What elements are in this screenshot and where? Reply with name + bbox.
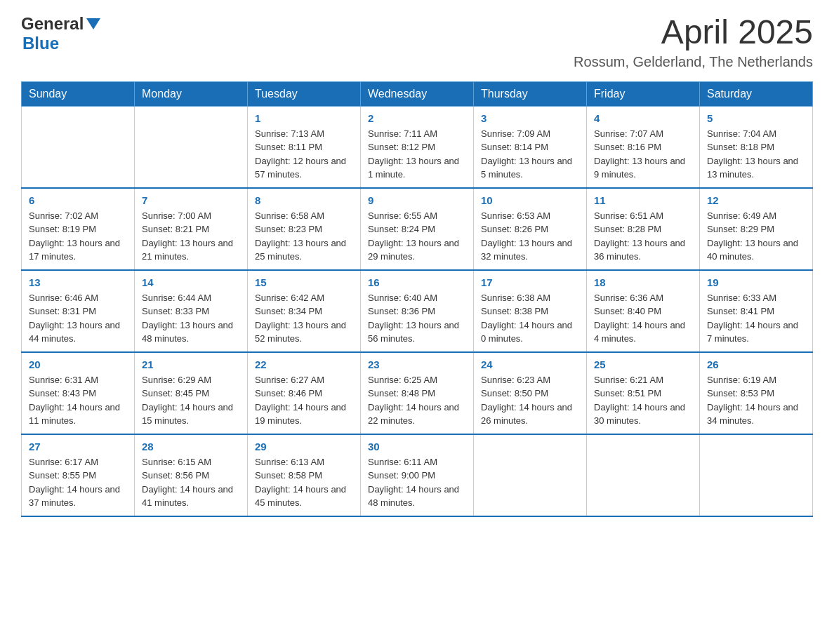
- calendar-cell: 23Sunrise: 6:25 AM Sunset: 8:48 PM Dayli…: [361, 352, 474, 434]
- calendar-cell: 28Sunrise: 6:15 AM Sunset: 8:56 PM Dayli…: [135, 434, 248, 516]
- location-subtitle: Rossum, Gelderland, The Netherlands: [574, 54, 813, 70]
- calendar-week-row: 6Sunrise: 7:02 AM Sunset: 8:19 PM Daylig…: [22, 188, 813, 270]
- day-info: Sunrise: 6:19 AM Sunset: 8:53 PM Dayligh…: [707, 373, 805, 428]
- calendar-cell: 2Sunrise: 7:11 AM Sunset: 8:12 PM Daylig…: [361, 106, 474, 188]
- day-number: 13: [29, 276, 127, 288]
- calendar-cell: 25Sunrise: 6:21 AM Sunset: 8:51 PM Dayli…: [587, 352, 700, 434]
- title-block: April 2025 Rossum, Gelderland, The Nethe…: [574, 14, 813, 70]
- day-info: Sunrise: 6:58 AM Sunset: 8:23 PM Dayligh…: [255, 209, 353, 264]
- day-number: 18: [594, 276, 692, 288]
- day-number: 25: [594, 358, 692, 370]
- day-number: 24: [481, 358, 579, 370]
- day-info: Sunrise: 6:27 AM Sunset: 8:46 PM Dayligh…: [255, 373, 353, 428]
- calendar-cell: 18Sunrise: 6:36 AM Sunset: 8:40 PM Dayli…: [587, 270, 700, 352]
- day-number: 9: [368, 194, 466, 206]
- day-info: Sunrise: 7:13 AM Sunset: 8:11 PM Dayligh…: [255, 127, 353, 182]
- header-monday: Monday: [135, 81, 248, 106]
- calendar-cell: 9Sunrise: 6:55 AM Sunset: 8:24 PM Daylig…: [361, 188, 474, 270]
- day-info: Sunrise: 6:51 AM Sunset: 8:28 PM Dayligh…: [594, 209, 692, 264]
- calendar-week-row: 20Sunrise: 6:31 AM Sunset: 8:43 PM Dayli…: [22, 352, 813, 434]
- day-number: 14: [142, 276, 240, 288]
- logo-arrow-icon: [86, 18, 100, 32]
- logo-general-text: General: [21, 14, 84, 34]
- calendar-cell: 17Sunrise: 6:38 AM Sunset: 8:38 PM Dayli…: [474, 270, 587, 352]
- calendar-cell: 20Sunrise: 6:31 AM Sunset: 8:43 PM Dayli…: [22, 352, 135, 434]
- day-info: Sunrise: 6:38 AM Sunset: 8:38 PM Dayligh…: [481, 291, 579, 346]
- calendar-cell: 22Sunrise: 6:27 AM Sunset: 8:46 PM Dayli…: [248, 352, 361, 434]
- day-number: 22: [255, 358, 353, 370]
- day-info: Sunrise: 6:23 AM Sunset: 8:50 PM Dayligh…: [481, 373, 579, 428]
- calendar-cell: 16Sunrise: 6:40 AM Sunset: 8:36 PM Dayli…: [361, 270, 474, 352]
- day-number: 7: [142, 194, 240, 206]
- day-info: Sunrise: 6:40 AM Sunset: 8:36 PM Dayligh…: [368, 291, 466, 346]
- calendar-cell: 21Sunrise: 6:29 AM Sunset: 8:45 PM Dayli…: [135, 352, 248, 434]
- day-info: Sunrise: 6:42 AM Sunset: 8:34 PM Dayligh…: [255, 291, 353, 346]
- day-info: Sunrise: 6:33 AM Sunset: 8:41 PM Dayligh…: [707, 291, 805, 346]
- day-info: Sunrise: 6:53 AM Sunset: 8:26 PM Dayligh…: [481, 209, 579, 264]
- day-number: 11: [594, 194, 692, 206]
- calendar-cell: [587, 434, 700, 516]
- day-number: 2: [368, 112, 466, 124]
- calendar-cell: 6Sunrise: 7:02 AM Sunset: 8:19 PM Daylig…: [22, 188, 135, 270]
- logo: General Blue: [21, 14, 100, 53]
- day-info: Sunrise: 7:00 AM Sunset: 8:21 PM Dayligh…: [142, 209, 240, 264]
- calendar-cell: 11Sunrise: 6:51 AM Sunset: 8:28 PM Dayli…: [587, 188, 700, 270]
- calendar-cell: 29Sunrise: 6:13 AM Sunset: 8:58 PM Dayli…: [248, 434, 361, 516]
- calendar-cell: 5Sunrise: 7:04 AM Sunset: 8:18 PM Daylig…: [700, 106, 813, 188]
- day-number: 5: [707, 112, 805, 124]
- calendar-cell: 12Sunrise: 6:49 AM Sunset: 8:29 PM Dayli…: [700, 188, 813, 270]
- day-info: Sunrise: 6:11 AM Sunset: 9:00 PM Dayligh…: [368, 455, 466, 510]
- day-number: 17: [481, 276, 579, 288]
- calendar-cell: 13Sunrise: 6:46 AM Sunset: 8:31 PM Dayli…: [22, 270, 135, 352]
- logo-blue-text: Blue: [22, 34, 59, 53]
- day-info: Sunrise: 6:49 AM Sunset: 8:29 PM Dayligh…: [707, 209, 805, 264]
- header-tuesday: Tuesday: [248, 81, 361, 106]
- day-info: Sunrise: 7:07 AM Sunset: 8:16 PM Dayligh…: [594, 127, 692, 182]
- page-header: General Blue April 2025 Rossum, Gelderla…: [21, 14, 813, 70]
- day-info: Sunrise: 6:29 AM Sunset: 8:45 PM Dayligh…: [142, 373, 240, 428]
- day-number: 20: [29, 358, 127, 370]
- day-number: 23: [368, 358, 466, 370]
- day-number: 29: [255, 441, 353, 452]
- day-info: Sunrise: 6:13 AM Sunset: 8:58 PM Dayligh…: [255, 455, 353, 510]
- calendar-cell: [135, 106, 248, 188]
- header-friday: Friday: [587, 81, 700, 106]
- header-saturday: Saturday: [700, 81, 813, 106]
- calendar-cell: 4Sunrise: 7:07 AM Sunset: 8:16 PM Daylig…: [587, 106, 700, 188]
- day-number: 12: [707, 194, 805, 206]
- day-number: 28: [142, 441, 240, 452]
- calendar-cell: 8Sunrise: 6:58 AM Sunset: 8:23 PM Daylig…: [248, 188, 361, 270]
- day-number: 26: [707, 358, 805, 370]
- day-number: 3: [481, 112, 579, 124]
- day-info: Sunrise: 7:09 AM Sunset: 8:14 PM Dayligh…: [481, 127, 579, 182]
- calendar-cell: 7Sunrise: 7:00 AM Sunset: 8:21 PM Daylig…: [135, 188, 248, 270]
- day-info: Sunrise: 6:17 AM Sunset: 8:55 PM Dayligh…: [29, 455, 127, 510]
- calendar-cell: 30Sunrise: 6:11 AM Sunset: 9:00 PM Dayli…: [361, 434, 474, 516]
- day-info: Sunrise: 6:44 AM Sunset: 8:33 PM Dayligh…: [142, 291, 240, 346]
- header-sunday: Sunday: [22, 81, 135, 106]
- day-number: 19: [707, 276, 805, 288]
- day-info: Sunrise: 6:46 AM Sunset: 8:31 PM Dayligh…: [29, 291, 127, 346]
- calendar-cell: 1Sunrise: 7:13 AM Sunset: 8:11 PM Daylig…: [248, 106, 361, 188]
- day-info: Sunrise: 7:02 AM Sunset: 8:19 PM Dayligh…: [29, 209, 127, 264]
- calendar-header-row: Sunday Monday Tuesday Wednesday Thursday…: [22, 81, 813, 106]
- calendar-table: Sunday Monday Tuesday Wednesday Thursday…: [21, 81, 813, 517]
- day-number: 6: [29, 194, 127, 206]
- calendar-week-row: 13Sunrise: 6:46 AM Sunset: 8:31 PM Dayli…: [22, 270, 813, 352]
- calendar-cell: 10Sunrise: 6:53 AM Sunset: 8:26 PM Dayli…: [474, 188, 587, 270]
- calendar-cell: 15Sunrise: 6:42 AM Sunset: 8:34 PM Dayli…: [248, 270, 361, 352]
- day-number: 30: [368, 441, 466, 452]
- calendar-cell: [700, 434, 813, 516]
- svg-marker-0: [86, 18, 100, 29]
- day-number: 16: [368, 276, 466, 288]
- day-info: Sunrise: 6:21 AM Sunset: 8:51 PM Dayligh…: [594, 373, 692, 428]
- day-number: 1: [255, 112, 353, 124]
- day-info: Sunrise: 6:15 AM Sunset: 8:56 PM Dayligh…: [142, 455, 240, 510]
- calendar-cell: [474, 434, 587, 516]
- day-number: 10: [481, 194, 579, 206]
- day-info: Sunrise: 6:25 AM Sunset: 8:48 PM Dayligh…: [368, 373, 466, 428]
- day-number: 21: [142, 358, 240, 370]
- day-info: Sunrise: 6:36 AM Sunset: 8:40 PM Dayligh…: [594, 291, 692, 346]
- calendar-week-row: 1Sunrise: 7:13 AM Sunset: 8:11 PM Daylig…: [22, 106, 813, 188]
- day-number: 8: [255, 194, 353, 206]
